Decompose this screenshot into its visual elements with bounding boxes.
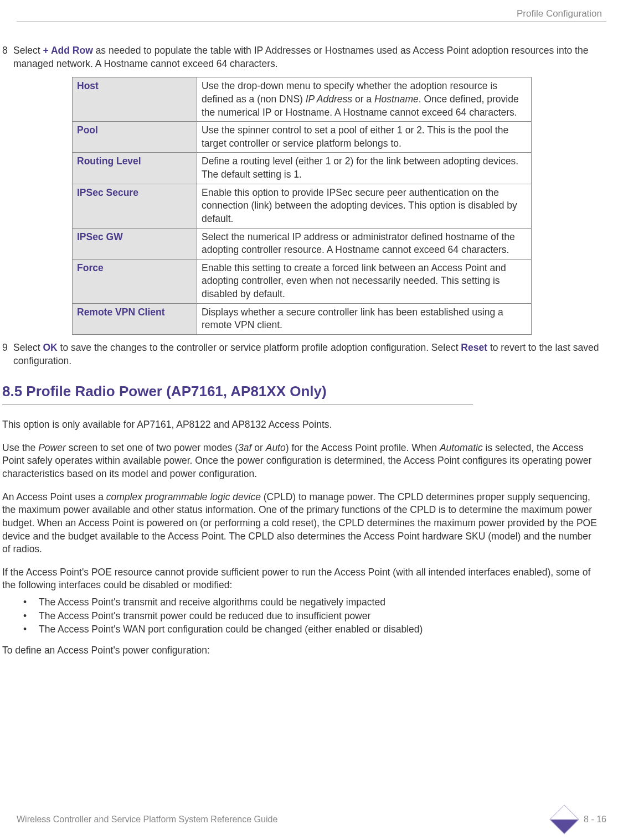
row-desc: Define a routing level (either 1 or 2) f… — [197, 153, 532, 184]
text-italic: IP Address — [306, 94, 352, 105]
ok-label: OK — [43, 342, 58, 353]
text: The Access Point's WAN port configuratio… — [39, 623, 423, 636]
table-row: Force Enable this setting to create a fo… — [73, 259, 532, 303]
list-item: •The Access Point's transmit and receive… — [23, 595, 606, 609]
bullet-icon: • — [23, 609, 39, 623]
row-desc: Use the drop-down menu to specify whethe… — [197, 77, 532, 122]
table-row: Host Use the drop-down menu to specify w… — [73, 77, 532, 122]
text: Select — [13, 342, 43, 353]
text: The Access Point's transmit and receive … — [39, 595, 385, 609]
definition-table: Host Use the drop-down menu to specify w… — [72, 77, 532, 335]
text-italic: Power — [38, 442, 66, 453]
table-row: Routing Level Define a routing level (ei… — [73, 153, 532, 184]
row-label: IPSec Secure — [73, 184, 197, 228]
footer-right: 8 - 16 — [554, 809, 606, 830]
table-row: Pool Use the spinner control to set a po… — [73, 122, 532, 153]
row-label: Routing Level — [73, 153, 197, 184]
footer-left: Wireless Controller and Service Platform… — [17, 815, 277, 825]
list-item: •The Access Point's WAN port configurati… — [23, 623, 606, 636]
step-number: 8 — [0, 44, 13, 70]
heading-rule — [2, 405, 473, 405]
reset-label: Reset — [461, 342, 487, 353]
paragraph: An Access Point uses a complex programma… — [2, 491, 601, 556]
text: The Access Point's transmit power could … — [39, 609, 370, 623]
bullet-list: •The Access Point's transmit and receive… — [23, 595, 606, 636]
step-8: 8 Select + Add Row as needed to populate… — [0, 44, 606, 70]
bullet-icon: • — [23, 623, 39, 636]
row-desc: Select the numerical IP address or admin… — [197, 228, 532, 259]
text-italic: Hostname — [374, 94, 419, 105]
paragraph: To define an Access Point's power config… — [2, 644, 601, 657]
page-footer: Wireless Controller and Service Platform… — [17, 809, 606, 830]
paragraph: This option is only available for AP7161… — [2, 418, 601, 432]
row-desc: Use the spinner control to set a pool of… — [197, 122, 532, 153]
text-italic: Automatic — [440, 442, 483, 453]
row-label: Remote VPN Client — [73, 303, 197, 334]
step-text: Select OK to save the changes to the con… — [13, 341, 606, 367]
text: Select — [13, 45, 43, 56]
page-number: 8 - 16 — [584, 815, 606, 825]
list-item: •The Access Point's transmit power could… — [23, 609, 606, 623]
step-number: 9 — [0, 341, 13, 367]
row-label: IPSec GW — [73, 228, 197, 259]
text: to save the changes to the controller or… — [58, 342, 461, 353]
table-row: IPSec GW Select the numerical IP address… — [73, 228, 532, 259]
row-label: Pool — [73, 122, 197, 153]
table-row: IPSec Secure Enable this option to provi… — [73, 184, 532, 228]
footer-logo-icon — [549, 805, 579, 834]
row-desc: Enable this setting to create a forced l… — [197, 259, 532, 303]
text: as needed to populate the table with IP … — [13, 45, 588, 69]
table-row: Remote VPN Client Displays whether a sec… — [73, 303, 532, 334]
text-italic: 3af — [238, 442, 251, 453]
section-heading: 8.5 Profile Radio Power (AP7161, AP81XX … — [2, 383, 606, 405]
text: or a — [352, 94, 374, 105]
row-label: Host — [73, 77, 197, 122]
row-label: Force — [73, 259, 197, 303]
text: An Access Point uses a — [2, 491, 106, 502]
page-header: Profile Configuration — [17, 8, 606, 22]
text: screen to set one of two power modes ( — [66, 442, 238, 453]
paragraph: If the Access Point's POE resource canno… — [2, 566, 601, 592]
text: ) for the Access Point profile. When — [286, 442, 440, 453]
add-row-label: + Add Row — [43, 45, 93, 56]
row-desc: Displays whether a secure controller lin… — [197, 303, 532, 334]
text: Use the — [2, 442, 38, 453]
row-desc: Enable this option to provide IPSec secu… — [197, 184, 532, 228]
paragraph: Use the Power screen to set one of two p… — [2, 442, 601, 481]
text-italic: Auto — [266, 442, 286, 453]
text-italic: complex programmable logic device — [106, 491, 261, 502]
step-9: 9 Select OK to save the changes to the c… — [0, 341, 606, 367]
step-text: Select + Add Row as needed to populate t… — [13, 44, 606, 70]
text: or — [251, 442, 265, 453]
bullet-icon: • — [23, 595, 39, 609]
